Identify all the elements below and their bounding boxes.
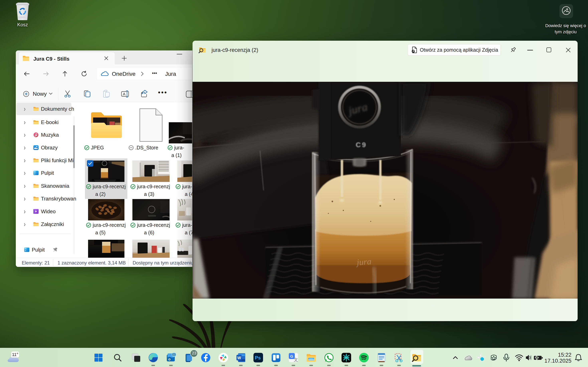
svg-text:W: W [237,356,241,360]
svg-text:C9: C9 [356,141,367,149]
svg-text:Ps: Ps [255,355,261,360]
svg-text:文: 文 [294,358,298,362]
svg-text:G: G [290,354,293,359]
svg-text:jura: jura [355,257,372,267]
svg-text:o: o [168,357,171,361]
svg-text:A: A [123,92,125,96]
